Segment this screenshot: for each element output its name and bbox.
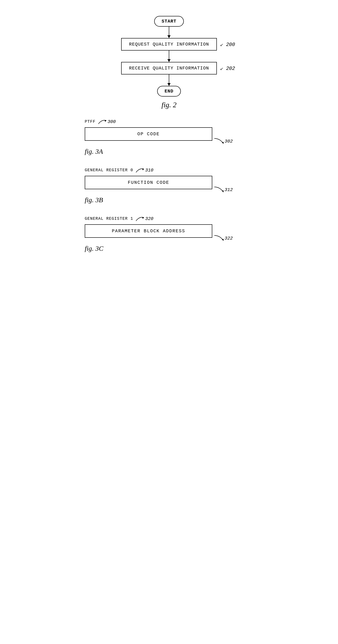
ref2-label: ⇙ 202	[220, 65, 235, 71]
fig3c-corner-ref-row: 322	[213, 234, 233, 242]
fig3a-corner-ref-row: 302	[213, 137, 233, 145]
box1: REQUEST QUALITY INFORMATION	[121, 38, 217, 50]
fig3c-corner-ref: 322	[224, 236, 233, 241]
fig2-flowchart: START REQUEST QUALITY INFORMATION ⇙ 200 …	[66, 9, 272, 118]
fig3c-section-ref-row: 320	[135, 215, 153, 222]
fig3a-register-box: OP CODE	[85, 127, 212, 141]
box2-wrapper: RECEIVE QUALITY INFORMATION ⇙ 202	[121, 62, 217, 74]
fig3a-ref: 300	[108, 119, 116, 124]
fig3c-ref: 320	[145, 216, 153, 221]
fig3c-label: fig. 3C	[85, 244, 272, 252]
fig3b-corner-arrow-icon	[213, 186, 224, 194]
fig3b-corner-ref-row: 312	[213, 186, 233, 194]
arrow-3	[169, 74, 169, 86]
fig3a-section-ref-row: 300	[97, 118, 116, 125]
fig3b-section-ref-row: 310	[135, 167, 153, 174]
end-terminal: END	[157, 86, 180, 96]
fig3b-corner-ref: 312	[224, 187, 233, 192]
fig2-label: fig. 2	[162, 101, 176, 109]
fig3a-register-wrapper: OP CODE 302	[85, 127, 212, 141]
fig3b-arrow-icon	[135, 167, 145, 174]
fig3a-corner-ref: 302	[224, 139, 233, 144]
arrow-2	[169, 50, 169, 62]
fig3c-arrow-icon	[135, 215, 145, 222]
arrow-1	[169, 27, 169, 38]
fig3a-arrow-icon	[97, 118, 108, 125]
fig3a-section-label: PTFF	[85, 119, 96, 124]
fig3b-register-box: FUNCTION CODE	[85, 176, 212, 189]
ref1-label: ⇙ 200	[220, 41, 235, 47]
fig3a-corner-arrow-icon	[213, 137, 224, 145]
fig3a-label: fig. 3A	[85, 148, 272, 155]
fig3c-register-wrapper: PARAMETER BLOCK ADDRESS 322	[85, 224, 212, 238]
fig3c-section-label: GENERAL REGISTER 1	[85, 216, 133, 221]
start-terminal: START	[154, 16, 184, 27]
fig3b-label: fig. 3B	[85, 196, 272, 204]
fig3b-ref: 310	[145, 168, 153, 173]
box2: RECEIVE QUALITY INFORMATION	[121, 62, 217, 74]
fig3c-register-box: PARAMETER BLOCK ADDRESS	[85, 224, 212, 238]
box1-wrapper: REQUEST QUALITY INFORMATION ⇙ 200	[121, 38, 217, 50]
fig3c-corner-arrow-icon	[213, 234, 224, 242]
fig3b-section-label: GENERAL REGISTER 0	[85, 168, 133, 172]
fig3b-register-wrapper: FUNCTION CODE 312	[85, 176, 212, 189]
